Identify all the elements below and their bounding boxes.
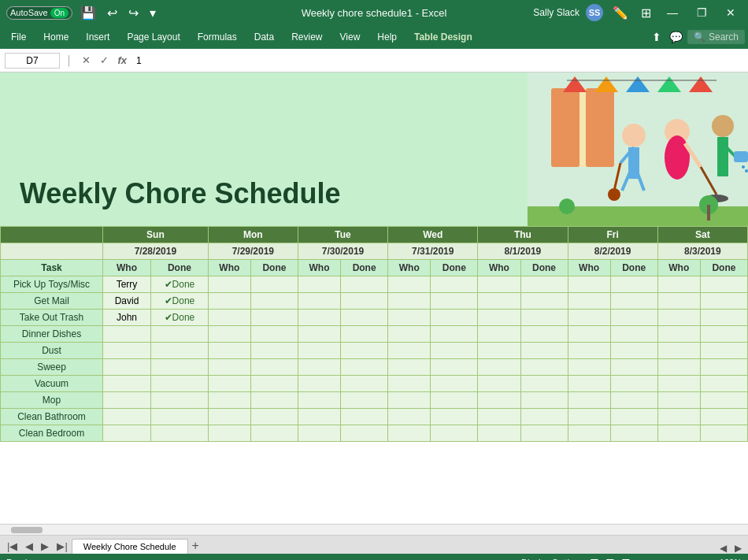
done-thu[interactable] bbox=[520, 293, 568, 310]
horizontal-scrollbar[interactable] bbox=[0, 524, 748, 535]
who-wed[interactable] bbox=[388, 392, 431, 409]
done-mon[interactable] bbox=[250, 376, 298, 392]
avatar[interactable]: SS bbox=[586, 4, 603, 21]
ribbon-display-button[interactable]: ⊞ bbox=[638, 4, 654, 22]
done-fri[interactable] bbox=[610, 343, 657, 359]
comments-button[interactable]: 💬 bbox=[666, 29, 686, 45]
done-sat[interactable] bbox=[700, 392, 747, 409]
who-tue[interactable] bbox=[298, 376, 340, 392]
who-tue[interactable] bbox=[298, 276, 340, 293]
pen-tool-button[interactable]: ✏️ bbox=[609, 4, 631, 22]
done-wed[interactable] bbox=[431, 376, 478, 392]
who-tue[interactable] bbox=[298, 310, 340, 326]
who-thu[interactable] bbox=[478, 409, 520, 425]
done-mon[interactable] bbox=[250, 276, 298, 293]
done-sun[interactable]: ✔Done bbox=[151, 310, 209, 326]
done-thu[interactable] bbox=[520, 359, 568, 376]
who-tue[interactable] bbox=[298, 359, 340, 376]
who-sun[interactable] bbox=[103, 409, 151, 425]
who-wed[interactable] bbox=[388, 425, 431, 442]
done-tue[interactable] bbox=[341, 359, 388, 376]
share-button[interactable]: ⬆ bbox=[649, 29, 665, 45]
who-wed[interactable] bbox=[388, 293, 431, 310]
done-wed[interactable] bbox=[431, 293, 478, 310]
insert-function-icon[interactable]: fx bbox=[115, 54, 131, 66]
who-fri[interactable] bbox=[568, 310, 610, 326]
done-mon[interactable] bbox=[250, 343, 298, 359]
cell-reference-box[interactable] bbox=[5, 53, 60, 69]
done-thu[interactable] bbox=[520, 276, 568, 293]
who-fri[interactable] bbox=[568, 409, 610, 425]
who-sat[interactable] bbox=[657, 392, 700, 409]
done-tue[interactable] bbox=[341, 310, 388, 326]
done-sun[interactable] bbox=[151, 326, 209, 343]
done-fri[interactable] bbox=[610, 359, 657, 376]
who-sun[interactable] bbox=[103, 376, 151, 392]
who-sun[interactable]: John bbox=[103, 310, 151, 326]
done-sun[interactable]: ✔Done bbox=[151, 276, 209, 293]
who-mon[interactable] bbox=[208, 425, 250, 442]
add-sheet-button[interactable]: + bbox=[188, 538, 203, 554]
done-sun[interactable] bbox=[151, 343, 209, 359]
who-thu[interactable] bbox=[478, 343, 520, 359]
who-thu[interactable] bbox=[478, 326, 520, 343]
done-fri[interactable] bbox=[610, 276, 657, 293]
done-mon[interactable] bbox=[250, 409, 298, 425]
restore-button[interactable]: ❐ bbox=[691, 5, 713, 20]
done-wed[interactable] bbox=[431, 310, 478, 326]
task-name[interactable]: Pick Up Toys/Misc bbox=[1, 276, 103, 293]
done-fri[interactable] bbox=[610, 293, 657, 310]
who-fri[interactable] bbox=[568, 326, 610, 343]
done-tue[interactable] bbox=[341, 425, 388, 442]
task-name[interactable]: Clean Bedroom bbox=[1, 425, 103, 442]
view-layout-icon[interactable]: ⊡ bbox=[605, 556, 615, 560]
done-thu[interactable] bbox=[520, 343, 568, 359]
done-sun[interactable]: ✔Done bbox=[151, 293, 209, 310]
done-sat[interactable] bbox=[700, 326, 747, 343]
who-sat[interactable] bbox=[657, 359, 700, 376]
done-sat[interactable] bbox=[700, 376, 747, 392]
who-wed[interactable] bbox=[388, 276, 431, 293]
done-thu[interactable] bbox=[520, 310, 568, 326]
task-name[interactable]: Dust bbox=[1, 343, 103, 359]
done-mon[interactable] bbox=[250, 310, 298, 326]
menu-insert[interactable]: Insert bbox=[78, 28, 117, 46]
done-thu[interactable] bbox=[520, 392, 568, 409]
done-wed[interactable] bbox=[431, 343, 478, 359]
done-sat[interactable] bbox=[700, 425, 747, 442]
done-fri[interactable] bbox=[610, 392, 657, 409]
who-mon[interactable] bbox=[208, 326, 250, 343]
who-sat[interactable] bbox=[657, 376, 700, 392]
done-wed[interactable] bbox=[431, 276, 478, 293]
who-fri[interactable] bbox=[568, 343, 610, 359]
task-name[interactable]: Vacuum bbox=[1, 376, 103, 392]
task-name[interactable]: Get Mail bbox=[1, 293, 103, 310]
who-thu[interactable] bbox=[478, 293, 520, 310]
tab-nav-first[interactable]: |◀ bbox=[3, 539, 21, 554]
done-wed[interactable] bbox=[431, 409, 478, 425]
done-fri[interactable] bbox=[610, 409, 657, 425]
who-sun[interactable] bbox=[103, 326, 151, 343]
who-sun[interactable] bbox=[103, 343, 151, 359]
done-mon[interactable] bbox=[250, 326, 298, 343]
scroll-right-arrow[interactable]: ▶ bbox=[731, 543, 745, 554]
confirm-formula-icon[interactable]: ✓ bbox=[97, 54, 112, 66]
scroll-left-arrow[interactable]: ◀ bbox=[717, 543, 730, 554]
who-wed[interactable] bbox=[388, 359, 431, 376]
who-mon[interactable] bbox=[208, 293, 250, 310]
who-thu[interactable] bbox=[478, 425, 520, 442]
done-fri[interactable] bbox=[610, 310, 657, 326]
who-sun[interactable] bbox=[103, 425, 151, 442]
who-sat[interactable] bbox=[657, 343, 700, 359]
save-button[interactable]: 💾 bbox=[77, 4, 99, 22]
menu-table-design[interactable]: Table Design bbox=[406, 28, 480, 46]
who-sun[interactable] bbox=[103, 359, 151, 376]
task-name[interactable]: Sweep bbox=[1, 359, 103, 376]
who-sun[interactable]: David bbox=[103, 293, 151, 310]
done-sun[interactable] bbox=[151, 359, 209, 376]
minimize-button[interactable]: — bbox=[661, 5, 684, 20]
sheet-tab-weekly[interactable]: Weekly Chore Schedule bbox=[72, 539, 188, 554]
who-mon[interactable] bbox=[208, 310, 250, 326]
done-sun[interactable] bbox=[151, 376, 209, 392]
who-mon[interactable] bbox=[208, 343, 250, 359]
